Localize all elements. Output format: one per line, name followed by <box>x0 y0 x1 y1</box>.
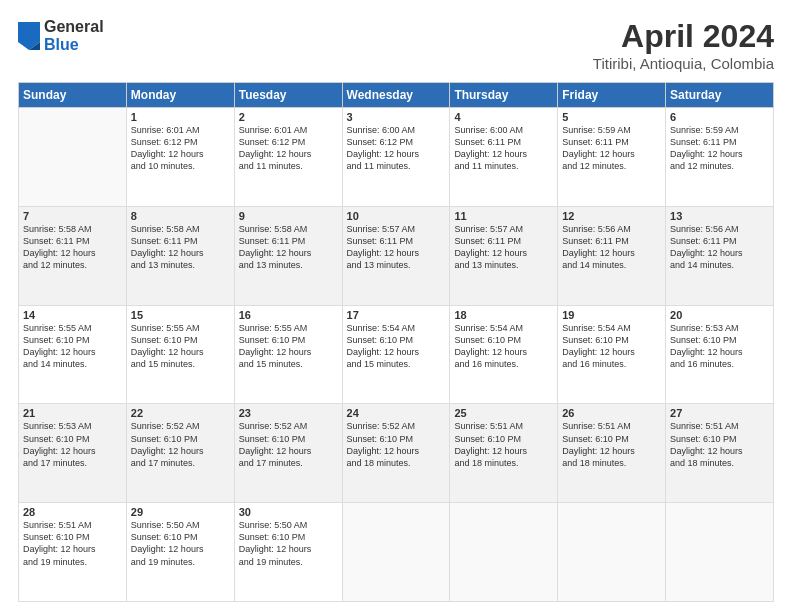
day-number: 10 <box>347 210 446 222</box>
day-info: Sunrise: 5:51 AM Sunset: 6:10 PM Dayligh… <box>23 519 122 568</box>
day-cell: 23Sunrise: 5:52 AM Sunset: 6:10 PM Dayli… <box>234 404 342 503</box>
day-number: 24 <box>347 407 446 419</box>
day-number: 17 <box>347 309 446 321</box>
day-cell: 15Sunrise: 5:55 AM Sunset: 6:10 PM Dayli… <box>126 305 234 404</box>
day-number: 8 <box>131 210 230 222</box>
day-number: 16 <box>239 309 338 321</box>
day-cell <box>666 503 774 602</box>
day-cell: 8Sunrise: 5:58 AM Sunset: 6:11 PM Daylig… <box>126 206 234 305</box>
day-cell: 27Sunrise: 5:51 AM Sunset: 6:10 PM Dayli… <box>666 404 774 503</box>
day-cell: 24Sunrise: 5:52 AM Sunset: 6:10 PM Dayli… <box>342 404 450 503</box>
logo-general: General <box>44 18 104 36</box>
day-cell: 2Sunrise: 6:01 AM Sunset: 6:12 PM Daylig… <box>234 108 342 207</box>
header-day-sunday: Sunday <box>19 83 127 108</box>
day-info: Sunrise: 5:58 AM Sunset: 6:11 PM Dayligh… <box>131 223 230 272</box>
day-info: Sunrise: 5:54 AM Sunset: 6:10 PM Dayligh… <box>347 322 446 371</box>
day-info: Sunrise: 5:55 AM Sunset: 6:10 PM Dayligh… <box>23 322 122 371</box>
week-row-4: 28Sunrise: 5:51 AM Sunset: 6:10 PM Dayli… <box>19 503 774 602</box>
day-cell: 13Sunrise: 5:56 AM Sunset: 6:11 PM Dayli… <box>666 206 774 305</box>
day-cell <box>342 503 450 602</box>
logo-icon <box>18 22 40 50</box>
day-cell: 3Sunrise: 6:00 AM Sunset: 6:12 PM Daylig… <box>342 108 450 207</box>
day-cell: 25Sunrise: 5:51 AM Sunset: 6:10 PM Dayli… <box>450 404 558 503</box>
day-info: Sunrise: 5:50 AM Sunset: 6:10 PM Dayligh… <box>131 519 230 568</box>
day-number: 25 <box>454 407 553 419</box>
day-info: Sunrise: 5:51 AM Sunset: 6:10 PM Dayligh… <box>670 420 769 469</box>
header-day-saturday: Saturday <box>666 83 774 108</box>
day-cell: 20Sunrise: 5:53 AM Sunset: 6:10 PM Dayli… <box>666 305 774 404</box>
day-number: 12 <box>562 210 661 222</box>
day-info: Sunrise: 5:53 AM Sunset: 6:10 PM Dayligh… <box>23 420 122 469</box>
day-cell: 21Sunrise: 5:53 AM Sunset: 6:10 PM Dayli… <box>19 404 127 503</box>
day-cell <box>450 503 558 602</box>
day-cell: 19Sunrise: 5:54 AM Sunset: 6:10 PM Dayli… <box>558 305 666 404</box>
day-info: Sunrise: 5:52 AM Sunset: 6:10 PM Dayligh… <box>239 420 338 469</box>
calendar-table: SundayMondayTuesdayWednesdayThursdayFrid… <box>18 82 774 602</box>
day-info: Sunrise: 6:01 AM Sunset: 6:12 PM Dayligh… <box>239 124 338 173</box>
logo: General Blue <box>18 18 104 53</box>
week-row-2: 14Sunrise: 5:55 AM Sunset: 6:10 PM Dayli… <box>19 305 774 404</box>
day-info: Sunrise: 5:52 AM Sunset: 6:10 PM Dayligh… <box>131 420 230 469</box>
day-info: Sunrise: 5:57 AM Sunset: 6:11 PM Dayligh… <box>347 223 446 272</box>
week-row-3: 21Sunrise: 5:53 AM Sunset: 6:10 PM Dayli… <box>19 404 774 503</box>
day-cell: 10Sunrise: 5:57 AM Sunset: 6:11 PM Dayli… <box>342 206 450 305</box>
header-day-friday: Friday <box>558 83 666 108</box>
day-info: Sunrise: 5:58 AM Sunset: 6:11 PM Dayligh… <box>239 223 338 272</box>
day-number: 2 <box>239 111 338 123</box>
day-cell: 11Sunrise: 5:57 AM Sunset: 6:11 PM Dayli… <box>450 206 558 305</box>
day-info: Sunrise: 5:55 AM Sunset: 6:10 PM Dayligh… <box>239 322 338 371</box>
day-cell: 18Sunrise: 5:54 AM Sunset: 6:10 PM Dayli… <box>450 305 558 404</box>
header: General Blue April 2024 Titiribi, Antioq… <box>18 18 774 72</box>
header-day-thursday: Thursday <box>450 83 558 108</box>
day-number: 9 <box>239 210 338 222</box>
header-row: SundayMondayTuesdayWednesdayThursdayFrid… <box>19 83 774 108</box>
header-day-wednesday: Wednesday <box>342 83 450 108</box>
day-cell: 1Sunrise: 6:01 AM Sunset: 6:12 PM Daylig… <box>126 108 234 207</box>
day-info: Sunrise: 5:54 AM Sunset: 6:10 PM Dayligh… <box>562 322 661 371</box>
day-cell: 4Sunrise: 6:00 AM Sunset: 6:11 PM Daylig… <box>450 108 558 207</box>
day-info: Sunrise: 5:59 AM Sunset: 6:11 PM Dayligh… <box>562 124 661 173</box>
day-number: 15 <box>131 309 230 321</box>
logo-blue: Blue <box>44 36 104 54</box>
day-cell: 16Sunrise: 5:55 AM Sunset: 6:10 PM Dayli… <box>234 305 342 404</box>
day-cell <box>558 503 666 602</box>
day-number: 26 <box>562 407 661 419</box>
day-info: Sunrise: 5:56 AM Sunset: 6:11 PM Dayligh… <box>670 223 769 272</box>
header-day-monday: Monday <box>126 83 234 108</box>
day-cell: 29Sunrise: 5:50 AM Sunset: 6:10 PM Dayli… <box>126 503 234 602</box>
header-day-tuesday: Tuesday <box>234 83 342 108</box>
location: Titiribi, Antioquia, Colombia <box>593 55 774 72</box>
day-number: 1 <box>131 111 230 123</box>
day-cell: 9Sunrise: 5:58 AM Sunset: 6:11 PM Daylig… <box>234 206 342 305</box>
day-info: Sunrise: 5:56 AM Sunset: 6:11 PM Dayligh… <box>562 223 661 272</box>
day-cell: 14Sunrise: 5:55 AM Sunset: 6:10 PM Dayli… <box>19 305 127 404</box>
month-title: April 2024 <box>593 18 774 55</box>
day-info: Sunrise: 5:57 AM Sunset: 6:11 PM Dayligh… <box>454 223 553 272</box>
day-number: 27 <box>670 407 769 419</box>
day-cell: 5Sunrise: 5:59 AM Sunset: 6:11 PM Daylig… <box>558 108 666 207</box>
day-info: Sunrise: 6:00 AM Sunset: 6:11 PM Dayligh… <box>454 124 553 173</box>
day-number: 3 <box>347 111 446 123</box>
day-cell: 26Sunrise: 5:51 AM Sunset: 6:10 PM Dayli… <box>558 404 666 503</box>
day-cell: 7Sunrise: 5:58 AM Sunset: 6:11 PM Daylig… <box>19 206 127 305</box>
day-number: 4 <box>454 111 553 123</box>
day-info: Sunrise: 5:58 AM Sunset: 6:11 PM Dayligh… <box>23 223 122 272</box>
day-number: 11 <box>454 210 553 222</box>
day-number: 21 <box>23 407 122 419</box>
title-block: April 2024 Titiribi, Antioquia, Colombia <box>593 18 774 72</box>
day-number: 19 <box>562 309 661 321</box>
day-number: 6 <box>670 111 769 123</box>
day-number: 18 <box>454 309 553 321</box>
day-info: Sunrise: 6:00 AM Sunset: 6:12 PM Dayligh… <box>347 124 446 173</box>
day-info: Sunrise: 5:51 AM Sunset: 6:10 PM Dayligh… <box>562 420 661 469</box>
day-number: 30 <box>239 506 338 518</box>
week-row-1: 7Sunrise: 5:58 AM Sunset: 6:11 PM Daylig… <box>19 206 774 305</box>
day-cell <box>19 108 127 207</box>
day-number: 29 <box>131 506 230 518</box>
day-number: 5 <box>562 111 661 123</box>
day-info: Sunrise: 5:54 AM Sunset: 6:10 PM Dayligh… <box>454 322 553 371</box>
day-number: 20 <box>670 309 769 321</box>
day-cell: 12Sunrise: 5:56 AM Sunset: 6:11 PM Dayli… <box>558 206 666 305</box>
day-number: 13 <box>670 210 769 222</box>
page: General Blue April 2024 Titiribi, Antioq… <box>0 0 792 612</box>
